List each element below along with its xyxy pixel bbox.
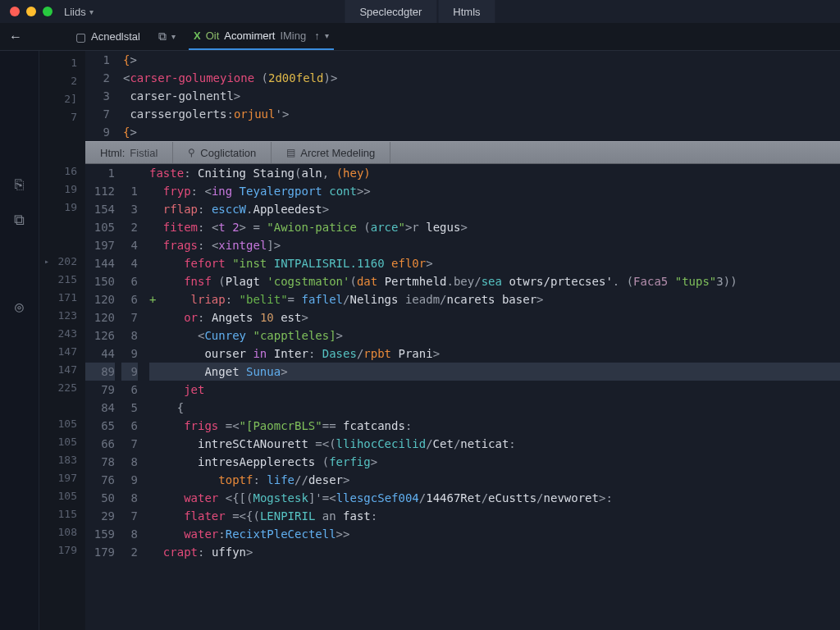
code-line[interactable]: carssergolerts:orjuul'> [123, 105, 840, 123]
title-tabs: Speclecdgter Htmls [345, 0, 495, 23]
code-line[interactable]: crapt: uffyn> [149, 543, 840, 561]
outer-gutter-line: 105 [39, 433, 85, 451]
gutter-line: 79 [85, 381, 115, 399]
activity-item-2[interactable]: ⧉ [14, 211, 25, 229]
activity-item-3[interactable]: ◎ [15, 298, 24, 315]
code-line[interactable]: + lriap: "belit"= faflel/Nelings ieadm/n… [149, 290, 840, 308]
gutter-line: 7 [121, 435, 138, 453]
title-tab-1[interactable]: Speclecdgter [345, 0, 436, 23]
inner-tab-html[interactable]: Html: Fistial [85, 142, 173, 163]
activity-item-1[interactable]: ⎘ [15, 176, 24, 193]
code-line[interactable]: {> [123, 123, 840, 141]
outer-gutter-line [39, 217, 85, 235]
gutter-line: 4 [121, 254, 138, 272]
gutter-line: 120 [85, 308, 115, 326]
code-line[interactable]: { [149, 399, 840, 417]
project-dropdown[interactable]: Liids ▾ [64, 6, 94, 18]
outer-gutter-line: 243 [39, 325, 85, 343]
toolbar: ← ▢ Acnedlstal ⧉ ▾ X Oit Acomimert IMing… [0, 23, 840, 51]
arrow-up-icon[interactable]: ↑ [314, 30, 320, 42]
gutter-line: 6 [121, 417, 138, 435]
gutter-line: 1 [85, 164, 115, 182]
top-pane-gutter: 12379 [85, 51, 118, 141]
gutter-line: 76 [85, 471, 115, 489]
gutter-line: 29 [85, 507, 115, 525]
code-line[interactable]: faste: Cniting Staing(aln, (hey) [149, 164, 840, 182]
outer-gutter-line [39, 397, 85, 415]
code-line[interactable]: fryp: <ing Teyalergport cont>> [149, 182, 840, 200]
gutter-line: 126 [85, 326, 115, 345]
outer-gutter-line: 108 [39, 523, 85, 541]
activity-bar: ⎘ ⧉ ◎ [0, 51, 39, 630]
code-line[interactable]: intreSCtANourett =<(llihocCecilid/Cet/ne… [149, 435, 840, 453]
code-line[interactable]: water:RecixtPleCectell>> [149, 525, 840, 543]
bottom-editor-pane[interactable]: 1112154105197144150120120126448979846566… [85, 164, 840, 630]
close-window-button[interactable] [10, 7, 20, 16]
code-line[interactable]: frags: <xintgel]> [149, 236, 840, 254]
chevron-down-icon: ▾ [325, 31, 329, 40]
gutter-line: 66 [85, 435, 115, 453]
title-tab-2[interactable]: Htmls [438, 0, 495, 23]
window-controls [10, 7, 52, 16]
gutter-line: 9 [121, 345, 138, 363]
outer-gutter-line: 115 [39, 505, 85, 523]
code-line[interactable]: water <{[(Mogstesk]'=<llesgcSef004/14467… [149, 489, 840, 507]
outer-gutter-line: 1 [39, 54, 85, 72]
gutter-line: 65 [85, 417, 115, 435]
gutter-line: 5 [121, 399, 138, 417]
code-line[interactable]: <carser-golumeyione (2d00feld)> [123, 69, 840, 87]
breadcrumb-copy[interactable]: ⧉ ▾ [153, 23, 180, 50]
gutter-line: 4 [121, 236, 138, 254]
gutter-line: 44 [85, 345, 115, 363]
outer-gutter-line: 197 [39, 469, 85, 487]
close-tab-icon[interactable]: X [194, 30, 201, 42]
gutter-line: 89 [85, 363, 115, 381]
grid-icon: ▤ [286, 147, 295, 158]
code-line[interactable]: fitem: <t 2> = "Awion-patice (arce">r le… [149, 218, 840, 236]
editor-content: 12379 {><carser-golumeyione (2d00feld)> … [85, 51, 840, 630]
code-line[interactable]: ourser in Inter: Dases/rpbt Prani> [149, 345, 840, 363]
gutter-line: 105 [85, 218, 115, 236]
outer-gutter-line: 2] [39, 90, 85, 108]
inner-tab-config[interactable]: ⚲ Coglictation [173, 142, 272, 163]
code-line[interactable]: Anget Sunua> [149, 363, 840, 381]
code-line[interactable]: toptf: life//deser> [149, 471, 840, 489]
gutter-line: 2 [121, 218, 138, 236]
top-pane-code[interactable]: {><carser-golumeyione (2d00feld)> carser… [118, 51, 840, 141]
bottom-pane-code[interactable]: faste: Cniting Staing(aln, (hey) fryp: <… [144, 164, 840, 630]
gutter-line: 2 [121, 543, 138, 561]
code-line[interactable]: fefort "inst INTPALISRIL.1160 efl0r> [149, 254, 840, 272]
code-line[interactable]: intresAepplerects (ferfig> [149, 453, 840, 471]
code-line[interactable]: <Cunrey "capptleles]> [149, 326, 840, 345]
gutter-line: 120 [85, 290, 115, 308]
code-line[interactable]: flater =<{(LENPIRIL an fast: [149, 507, 840, 525]
code-line[interactable]: frigs =<"[PaomcrBLS"== fcatcands: [149, 417, 840, 435]
breadcrumb-file[interactable]: ▢ Acnedlstal [71, 23, 145, 50]
code-line[interactable]: rflap: esccW.Appleedest> [149, 200, 840, 218]
gutter-line: 9 [85, 123, 110, 141]
top-editor-pane[interactable]: 12379 {><carser-golumeyione (2d00feld)> … [85, 51, 840, 141]
inner-tab-strip: Html: Fistial ⚲ Coglictation ▤ Arcret Me… [85, 141, 840, 164]
outer-gutter-line: 171 [39, 289, 85, 307]
gutter-line: 7 [121, 308, 138, 326]
back-button[interactable]: ← [7, 30, 25, 44]
gutter-line: 154 [85, 200, 115, 218]
gutter-line: 3 [85, 87, 110, 105]
code-line[interactable]: fnsf (Plagt 'cogstmaton'(dat Pertmheld.b… [149, 272, 840, 290]
minimize-window-button[interactable] [26, 7, 36, 16]
search-icon: ⚲ [188, 147, 195, 158]
code-line[interactable]: carser-golnentl> [123, 87, 840, 105]
outer-gutter-line: 179 [39, 541, 85, 559]
gutter-line: 1 [121, 182, 138, 200]
code-line[interactable]: {> [123, 51, 840, 69]
tab-label: Acomimert [224, 30, 275, 42]
gutter-line: 8 [121, 489, 138, 507]
inner-tab-label: Html: [100, 147, 125, 159]
gutter-line: 50 [85, 489, 115, 507]
code-line[interactable]: or: Angets 10 est> [149, 308, 840, 326]
code-line[interactable]: jet [149, 381, 840, 399]
maximize-window-button[interactable] [43, 7, 52, 16]
gutter-line: 8 [121, 525, 138, 543]
inner-tab-modeling[interactable]: ▤ Arcret Medeling [272, 142, 390, 163]
active-editor-tab[interactable]: X Oit Acomimert IMing ↑ ▾ [189, 23, 334, 50]
